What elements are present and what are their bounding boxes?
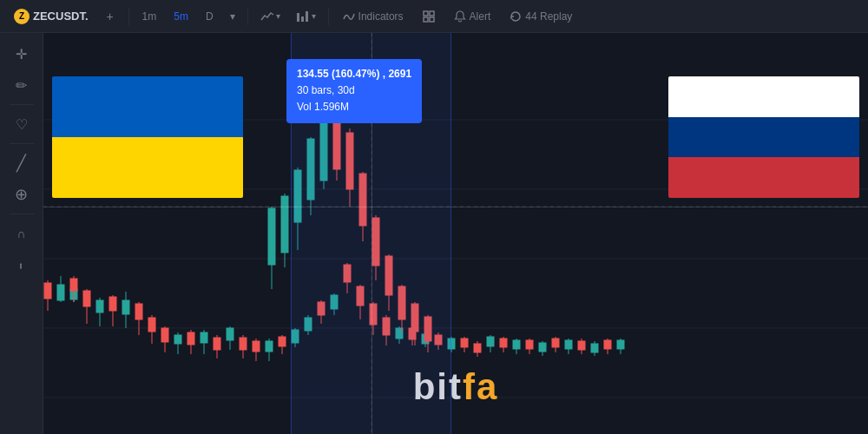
svg-rect-1	[301, 16, 304, 22]
svg-rect-63	[148, 318, 155, 332]
symbol-label: ZECUSDT.	[33, 10, 89, 23]
svg-rect-65	[161, 328, 168, 342]
replay-icon	[510, 10, 522, 23]
svg-rect-51	[617, 340, 624, 349]
svg-rect-41	[487, 337, 494, 346]
replay-button[interactable]: 44 Replay	[503, 9, 579, 24]
svg-rect-0	[297, 13, 299, 22]
chart-area: 134.55 (160.47%) , 2691 30 bars, 30d Vol…	[43, 33, 868, 434]
svg-rect-75	[279, 337, 286, 346]
timeframe-1m[interactable]: 1m	[136, 9, 163, 24]
svg-rect-3	[424, 11, 428, 16]
pencil-tool[interactable]: ✏	[8, 71, 36, 99]
svg-rect-17	[96, 300, 103, 312]
svg-rect-21	[174, 335, 181, 344]
alert-button[interactable]: Alert	[447, 9, 498, 24]
replay-label: 44 Replay	[525, 10, 572, 23]
ukraine-flag-blue	[52, 76, 243, 137]
svg-rect-69	[214, 338, 220, 350]
svg-rect-19	[122, 300, 129, 314]
chart-tooltip: 134.55 (160.47%) , 2691 30 bars, 30d Vol…	[286, 59, 422, 123]
svg-rect-67	[187, 332, 194, 345]
magnet-tool[interactable]: ∩	[8, 220, 36, 247]
svg-rect-59	[109, 297, 116, 311]
zoom-tool[interactable]: ⊕	[8, 181, 36, 208]
ukraine-flag-yellow	[52, 137, 243, 198]
add-symbol-button[interactable]: +	[99, 5, 122, 28]
ruler-tool[interactable]: ╱	[8, 149, 36, 177]
chart-type-arrow: ▾	[276, 11, 280, 21]
svg-rect-57	[83, 291, 90, 306]
svg-rect-55	[70, 279, 77, 291]
svg-rect-4	[430, 11, 434, 16]
favorites-tool[interactable]: ♡	[8, 110, 36, 138]
layout-icon	[423, 10, 435, 23]
svg-rect-2	[306, 11, 308, 22]
bar-chart-icon	[296, 10, 310, 23]
svg-rect-49	[591, 344, 598, 352]
sidebar-separator-3	[10, 214, 34, 214]
symbol-selector[interactable]: Z ZECUSDT.	[9, 9, 94, 24]
separator-3	[328, 8, 329, 25]
svg-rect-117	[281, 196, 288, 253]
svg-rect-45	[539, 343, 546, 352]
tooltip-line2: 30 bars, 30d	[297, 82, 411, 99]
svg-rect-103	[604, 340, 611, 349]
bitfa-logo: bitfa	[413, 366, 499, 408]
tooltip-line1: 134.55 (160.47%) , 2691	[297, 66, 411, 82]
chart-settings-button[interactable]: ▾	[291, 8, 321, 25]
crosshair-horizontal	[43, 207, 868, 207]
svg-rect-23	[201, 332, 207, 343]
russia-flag-red	[668, 157, 859, 198]
drawing-toolbar: ✛ ✏ ♡ ╱ ⊕ ∩ ···	[0, 33, 43, 434]
svg-rect-61	[135, 304, 142, 319]
svg-rect-27	[266, 341, 273, 352]
sidebar-separator-2	[10, 143, 34, 144]
svg-rect-101	[578, 341, 585, 350]
timeframe-dropdown-arrow: ▾	[230, 10, 235, 23]
svg-rect-71	[240, 338, 247, 350]
tooltip-line3: Vol 1.596M	[297, 99, 411, 115]
sidebar-separator-1	[10, 104, 34, 105]
timeframe-dropdown[interactable]: ▾	[225, 9, 240, 24]
indicators-label: Indicators	[358, 10, 404, 23]
ukraine-flag	[52, 76, 243, 198]
logo-prefix: bit	[413, 366, 463, 407]
timeframe-5m[interactable]: 5m	[168, 9, 194, 24]
indicators-icon	[343, 10, 355, 23]
more-tools[interactable]: ···	[8, 251, 36, 279]
svg-rect-115	[268, 208, 275, 265]
svg-rect-99	[552, 339, 559, 347]
chart-settings-arrow: ▾	[312, 11, 316, 21]
indicators-button[interactable]: Indicators	[336, 9, 411, 24]
alert-icon	[454, 10, 466, 23]
svg-rect-73	[253, 341, 260, 352]
separator-2	[247, 8, 248, 25]
svg-rect-97	[526, 340, 533, 349]
svg-rect-91	[461, 339, 468, 347]
line-chart-icon	[260, 10, 274, 23]
svg-rect-53	[44, 283, 51, 299]
russia-flag-white	[668, 76, 859, 117]
svg-rect-13	[57, 285, 64, 300]
alert-label: Alert	[470, 10, 491, 23]
russia-flag-blue	[668, 117, 859, 158]
svg-rect-6	[430, 17, 434, 22]
svg-rect-25	[227, 328, 233, 340]
toolbar: Z ZECUSDT. + 1m 5m D ▾ ▾ ▾ Indicators	[0, 0, 868, 33]
svg-rect-47	[565, 340, 572, 349]
zec-icon: Z	[14, 9, 30, 24]
svg-rect-5	[424, 17, 428, 22]
layout-button[interactable]	[416, 9, 442, 24]
russia-flag	[668, 76, 859, 198]
logo-suffix: fa	[463, 366, 498, 407]
svg-rect-93	[474, 344, 481, 352]
crosshair-tool[interactable]: ✛	[8, 40, 36, 68]
timeframe-d[interactable]: D	[200, 9, 220, 24]
svg-rect-95	[500, 339, 507, 347]
separator-1	[128, 8, 129, 25]
chart-type-button[interactable]: ▾	[255, 8, 286, 25]
svg-rect-43	[513, 340, 520, 349]
